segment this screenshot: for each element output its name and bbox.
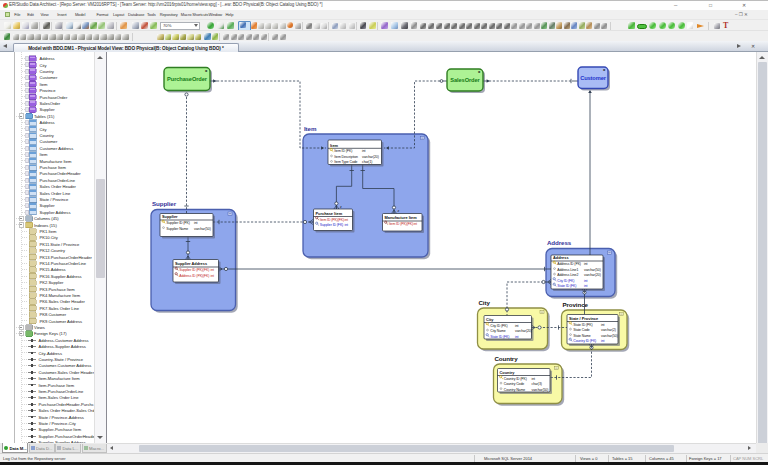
svg-text:int: int xyxy=(601,339,605,343)
svg-text:Country: Country xyxy=(40,133,55,138)
svg-text:City: City xyxy=(479,299,491,306)
svg-text:varchar(20): varchar(20) xyxy=(584,273,601,277)
svg-text:City ID (FK): City ID (FK) xyxy=(557,279,574,283)
svg-text:Supplier ID (PK)(FK): Supplier ID (PK)(FK) xyxy=(179,268,209,272)
svg-text:Item Type Code: Item Type Code xyxy=(334,160,357,164)
svg-text:char(1): char(1) xyxy=(362,160,372,164)
svg-text:City-Address: City-Address xyxy=(39,351,62,356)
svg-text:State / Province: State / Province xyxy=(569,316,599,321)
svg-text:Item: Item xyxy=(330,143,339,148)
svg-text:PK8.Customer: PK8.Customer xyxy=(40,312,67,317)
svg-text:varchar(2): varchar(2) xyxy=(601,328,616,332)
svg-text:PK1.Item: PK1.Item xyxy=(40,229,57,234)
svg-text:Customer-Sales Order Header: Customer-Sales Order Header xyxy=(39,370,95,375)
svg-text:int: int xyxy=(532,377,536,381)
svg-text:Customer: Customer xyxy=(580,75,607,81)
svg-text:PurchaseOrderHeader: PurchaseOrderHeader xyxy=(40,171,82,176)
svg-text:PK10.City: PK10.City xyxy=(40,235,59,240)
svg-text:PK9.Customer Address: PK9.Customer Address xyxy=(40,319,83,324)
svg-text:Item ID (PK): Item ID (PK) xyxy=(334,149,352,153)
svg-text:Manufacture Item: Manufacture Item xyxy=(40,159,72,164)
svg-text:Province: Province xyxy=(40,88,57,93)
svg-text:int: int xyxy=(345,223,349,227)
svg-text:int: int xyxy=(362,149,366,153)
svg-text:State / Province-City: State / Province-City xyxy=(39,421,77,426)
svg-text:Customer: Customer xyxy=(40,75,58,80)
svg-text:Item ID (PK)(FK): Item ID (PK)(FK) xyxy=(320,218,344,222)
svg-text:PK7.Sales Order Line: PK7.Sales Order Line xyxy=(40,306,80,311)
svg-text:Country ID (PK): Country ID (PK) xyxy=(504,377,527,381)
svg-text:Supplier ID (FK): Supplier ID (FK) xyxy=(320,223,343,227)
svg-text:State ID (FK): State ID (FK) xyxy=(490,335,509,339)
svg-text:int: int xyxy=(515,335,519,339)
svg-text:Address-Supplier Address: Address-Supplier Address xyxy=(39,344,86,349)
svg-text:SalesOrder: SalesOrder xyxy=(40,101,61,106)
svg-text:int: int xyxy=(345,218,349,222)
svg-text:Manufacture Item: Manufacture Item xyxy=(385,215,418,220)
svg-text:PurchaseOrderLine: PurchaseOrderLine xyxy=(40,178,76,183)
svg-text:Address Line1: Address Line1 xyxy=(557,268,578,272)
svg-text:Customer Address: Customer Address xyxy=(40,146,74,151)
svg-text:PK12.Country: PK12.Country xyxy=(40,248,66,253)
svg-text:varchar(20): varchar(20) xyxy=(362,155,379,159)
svg-text:varchar(50): varchar(50) xyxy=(194,227,211,231)
svg-text:Address: Address xyxy=(547,239,572,246)
svg-text:z: z xyxy=(340,205,342,209)
svg-text:PK3.Purchase Item: PK3.Purchase Item xyxy=(40,287,76,292)
svg-text:Purchase Item: Purchase Item xyxy=(316,211,343,216)
svg-text:Supplier: Supplier xyxy=(40,203,56,208)
svg-text:State ID (PK): State ID (PK) xyxy=(573,323,592,327)
svg-text:Customer-Customer Address: Customer-Customer Address xyxy=(39,363,92,368)
svg-text:Supplier Name: Supplier Name xyxy=(166,227,188,231)
svg-text:int: int xyxy=(601,323,605,327)
svg-text:PurchaseOrder: PurchaseOrder xyxy=(167,76,208,82)
svg-text:Item: Item xyxy=(40,82,49,87)
svg-text:City: City xyxy=(486,317,494,322)
svg-text:State / Province: State / Province xyxy=(40,197,70,202)
svg-text:Views: Views xyxy=(34,325,45,330)
svg-text:Customer: Customer xyxy=(40,139,58,144)
svg-text:int: int xyxy=(584,279,588,283)
svg-text:Item ID (PK)(FK): Item ID (PK)(FK) xyxy=(389,222,413,226)
svg-text:Address: Address xyxy=(40,56,55,61)
svg-text:Item-Manufacture Item: Item-Manufacture Item xyxy=(39,376,81,381)
svg-text:PurchaseOrderHeader-Purchc: PurchaseOrderHeader-Purchc xyxy=(39,402,94,407)
svg-text:PurchaseOrder: PurchaseOrder xyxy=(40,95,68,100)
svg-text:int: int xyxy=(211,274,215,278)
svg-text:Supplier: Supplier xyxy=(40,107,56,112)
svg-text:z: z xyxy=(398,209,400,213)
svg-text:Address ID (PK): Address ID (PK) xyxy=(557,262,581,266)
svg-text:Supplier Address: Supplier Address xyxy=(40,210,71,215)
svg-text:Supplier-PurchaseOrderHeade: Supplier-PurchaseOrderHeade xyxy=(39,434,95,439)
svg-text:PK6.Sales Order Header: PK6.Sales Order Header xyxy=(40,299,86,304)
svg-text:Tables (15): Tables (15) xyxy=(34,114,55,119)
svg-text:Supplier Address: Supplier Address xyxy=(175,261,207,266)
svg-text:PK2.Supplier: PK2.Supplier xyxy=(40,280,65,285)
svg-text:Country Code: Country Code xyxy=(504,382,524,386)
svg-text:Sales Order Header: Sales Order Header xyxy=(40,184,77,189)
svg-text:Country: Country xyxy=(40,69,55,74)
svg-text:Columns (45): Columns (45) xyxy=(34,216,59,221)
svg-text:int: int xyxy=(515,324,519,328)
svg-text:PK14.PurchaseOrderLine: PK14.PurchaseOrderLine xyxy=(40,261,87,266)
svg-text:int: int xyxy=(414,222,418,226)
svg-text:int: int xyxy=(211,268,215,272)
svg-text:Address Line2: Address Line2 xyxy=(557,273,578,277)
svg-text:PK16.Supplier Address: PK16.Supplier Address xyxy=(40,274,82,279)
svg-text:PK4.Manufacture Item: PK4.Manufacture Item xyxy=(40,293,81,298)
svg-text:SalesOrder: SalesOrder xyxy=(450,77,480,83)
svg-text:char(3): char(3) xyxy=(532,382,542,386)
svg-text:varchar(50): varchar(50) xyxy=(532,388,549,392)
svg-text:Address ID (PK)(FK): Address ID (PK)(FK) xyxy=(179,274,209,278)
svg-text:int: int xyxy=(194,221,198,225)
svg-text:Country-State / Province: Country-State / Province xyxy=(39,357,84,362)
svg-text:Country: Country xyxy=(500,370,516,375)
svg-text:int: int xyxy=(584,284,588,288)
svg-text:Country ID (FK): Country ID (FK) xyxy=(573,339,596,343)
svg-text:PK13.PurchaseOrderHeader: PK13.PurchaseOrderHeader xyxy=(40,255,93,260)
svg-text:Supplier: Supplier xyxy=(162,214,178,219)
svg-text:Sales Order Line: Sales Order Line xyxy=(40,191,71,196)
svg-text:Supplier: Supplier xyxy=(152,200,177,207)
svg-text:Supplier ID (PK): Supplier ID (PK) xyxy=(166,221,190,225)
svg-text:City Name: City Name xyxy=(490,329,505,333)
